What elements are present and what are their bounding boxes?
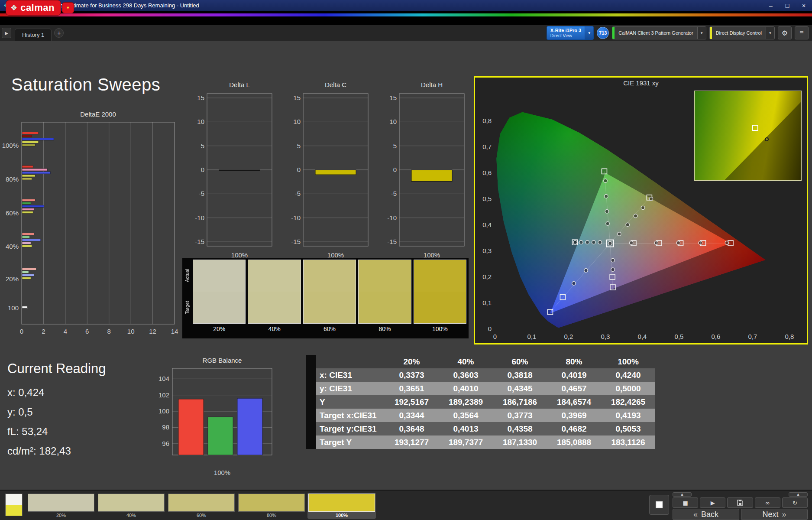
svg-text:0,2: 0,2: [564, 333, 573, 340]
back-button[interactable]: « Back: [673, 509, 739, 520]
swatch-label: 100%: [414, 325, 466, 332]
measurement-table: 20%40%60%80%100%x: CIE310,33730,36030,38…: [306, 355, 655, 449]
reading-x: x: 0,424: [7, 383, 106, 402]
svg-text:5: 5: [297, 142, 301, 150]
meter-dropdown[interactable]: X-Rite i1Pro 3 Direct View ▼: [547, 26, 594, 40]
current-patch-preview: [5, 494, 23, 516]
saturation-swatch-80%: [358, 260, 411, 324]
patch-swatch-60%[interactable]: 60%: [167, 493, 236, 519]
rgb-balance-xlabel: 100%: [172, 469, 272, 476]
table-row: x: CIE310,33730,36030,38180,40190,4240: [306, 368, 655, 382]
table-cell: 0,4358: [493, 422, 547, 436]
tab-bar: ▶ History 1 + X-Rite i1Pro 3 Direct View…: [0, 25, 812, 41]
pattern-generator-dropdown[interactable]: CalMAN Client 3 Pattern Generator ▼: [612, 26, 706, 39]
svg-text:80%: 80%: [6, 176, 19, 183]
pattern-square-icon: [656, 501, 663, 508]
table-cell: 0,5053: [601, 422, 655, 436]
svg-text:100%: 100%: [2, 142, 19, 149]
gear-icon: ⚙: [782, 29, 788, 37]
maximize-button[interactable]: □: [779, 0, 796, 11]
svg-text:10: 10: [127, 328, 135, 335]
calman-diamond-icon: ❖: [10, 3, 17, 13]
svg-text:8: 8: [107, 328, 111, 335]
svg-text:0,1: 0,1: [482, 299, 492, 306]
table-cell: 0,3373: [385, 368, 439, 382]
delta-l-plot: 151050-5-10-15: [187, 90, 275, 250]
svg-text:0,3: 0,3: [601, 333, 610, 340]
delta-h-plot: 151050-5-10-15: [379, 90, 467, 250]
settings-button[interactable]: ⚙: [778, 26, 792, 39]
patch-label: 20%: [28, 513, 94, 518]
delta-c-plot: 151050-5-10-15: [283, 90, 371, 250]
cie-zoom-inset: [694, 91, 802, 181]
svg-text:0: 0: [20, 328, 23, 335]
svg-text:-15: -15: [195, 238, 204, 245]
close-button[interactable]: ×: [796, 0, 812, 11]
tab-history-1[interactable]: History 1: [15, 29, 52, 41]
save-button[interactable]: [727, 497, 753, 508]
column-header: 100%: [601, 355, 655, 368]
collapse-right-button[interactable]: ▲: [789, 492, 808, 497]
table-cell: 182,4265: [601, 395, 655, 409]
refresh-button[interactable]: ↻: [782, 497, 808, 508]
pattern-generator-label: CalMAN Client 3 Pattern Generator: [615, 27, 697, 39]
next-button[interactable]: Next »: [741, 509, 808, 520]
table-cell: 193,1277: [385, 436, 439, 449]
patch-preview-top: [6, 494, 22, 505]
target-swatch: [414, 292, 466, 323]
stop-icon: ■: [683, 500, 688, 506]
chevron-down-icon: ▼: [766, 27, 774, 39]
patch-swatch-100%[interactable]: 100%: [307, 493, 376, 519]
swatch-label: 20%: [193, 325, 246, 332]
rgb-bar-blue: [237, 398, 262, 455]
play-button[interactable]: ▶: [700, 497, 725, 508]
svg-text:0,4: 0,4: [638, 333, 647, 340]
actual-target-swatch-strip: Actual Target 20%40%60%80%100%: [182, 258, 469, 338]
svg-text:0: 0: [493, 333, 497, 340]
svg-text:2: 2: [42, 328, 45, 335]
menu-button[interactable]: ≡: [795, 26, 809, 39]
patch-swatch-20%[interactable]: 20%: [27, 493, 95, 519]
svg-text:98: 98: [162, 423, 169, 431]
measurement-count-badge: 713: [597, 27, 609, 39]
patch-swatch-80%[interactable]: 80%: [237, 493, 306, 519]
svg-text:20%: 20%: [6, 275, 19, 283]
swatch-label: 80%: [358, 325, 411, 332]
display-control-dropdown[interactable]: Direct Display Control ▼: [709, 26, 775, 39]
calman-logo[interactable]: ❖ calman ▼: [6, 0, 74, 15]
collapse-left-button[interactable]: ▲: [673, 492, 692, 497]
table-row: Y192,5167189,2389186,7186184,6574182,426…: [306, 395, 655, 409]
delta-l-title: Delta L: [207, 81, 272, 88]
actual-swatch: [248, 260, 300, 292]
table-cell: 0,4019: [547, 368, 601, 382]
back-label: Back: [701, 510, 718, 519]
patch-swatch-40%[interactable]: 40%: [97, 493, 165, 519]
menu-icon: ≡: [799, 29, 803, 37]
svg-text:14: 14: [171, 328, 178, 335]
inset-target-square-icon: [752, 125, 758, 131]
table-cell: 189,7377: [439, 436, 493, 449]
target-swatch: [359, 292, 411, 323]
table-cell: 0,3773: [493, 409, 547, 422]
stop-button[interactable]: ■: [673, 497, 698, 508]
minimize-button[interactable]: –: [763, 0, 779, 11]
target-swatch: [248, 292, 300, 323]
svg-text:0,2: 0,2: [482, 273, 492, 280]
cie-title: CIE 1931 xy: [475, 79, 807, 87]
svg-text:0,7: 0,7: [482, 143, 492, 150]
deltae2000-plot: 02468101214100%80%60%40%20%100: [0, 120, 186, 340]
add-tab-button[interactable]: +: [54, 28, 64, 38]
table-cell: 0,4657: [547, 382, 601, 395]
pattern-window-button[interactable]: [649, 495, 669, 515]
svg-text:0,7: 0,7: [748, 333, 757, 340]
svg-text:-10: -10: [195, 214, 204, 221]
swatch-label: 60%: [303, 325, 356, 332]
eject-icon: ▲: [681, 493, 683, 496]
column-header: 60%: [493, 355, 547, 368]
meter-name: X-Rite i1Pro 3: [550, 28, 582, 33]
logo-dropdown-button[interactable]: ▼: [62, 3, 74, 13]
loop-button[interactable]: ∞: [755, 497, 780, 508]
tab-nav-button[interactable]: ▶: [2, 28, 11, 38]
svg-text:15: 15: [389, 94, 397, 101]
patch-color: [28, 494, 94, 512]
